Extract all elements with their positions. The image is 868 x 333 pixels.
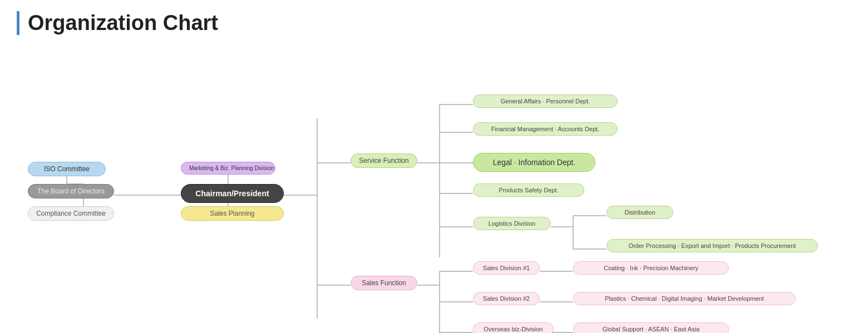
- coating-node: Coating · Ink · Precision Machinery: [573, 261, 729, 275]
- compliance-node: Compliance Committee: [28, 206, 114, 221]
- chairman-node: Chairman/President: [181, 184, 284, 203]
- logistics-node: Logistics Division: [473, 217, 551, 230]
- global-support-node: Global Support · ASEAN · East Asia: [573, 322, 729, 333]
- service-function-node: Service Function: [351, 153, 417, 168]
- sales-function-node: Sales Function: [351, 276, 417, 290]
- page-title: Organization Chart: [17, 11, 851, 35]
- chart-connectors: [17, 52, 840, 333]
- order-processing-node: Order Processing · Export and Import · P…: [606, 239, 818, 252]
- sales-planning-node: Sales Planning: [181, 206, 284, 221]
- general-affairs-node: General Affairs · Personnel Dept.: [473, 95, 618, 108]
- page: Organization Chart: [0, 0, 868, 333]
- sales-div1-node: Sales Division #1: [473, 261, 540, 275]
- legal-node: Legal · Infomation Dept.: [473, 153, 595, 172]
- distribution-node: Distribution: [606, 206, 673, 219]
- sales-div2-node: Sales Division #2: [473, 292, 540, 305]
- board-node: The Board of Directors: [28, 184, 114, 198]
- products-safety-node: Products Safety Dept.: [473, 183, 584, 197]
- overseas-node: Overseas biz-Division: [473, 322, 554, 333]
- iso-committee-node: ISO Committee: [28, 162, 106, 176]
- plastics-node: Plastics · Chemical · Digital Imaging · …: [573, 292, 796, 305]
- financial-node: Financial Management · Accounts Dept.: [473, 122, 618, 136]
- chart-area: ISO Committee The Board of Directors Com…: [17, 52, 840, 333]
- marketing-node: Marketing & Biz. Planning Division: [181, 162, 275, 175]
